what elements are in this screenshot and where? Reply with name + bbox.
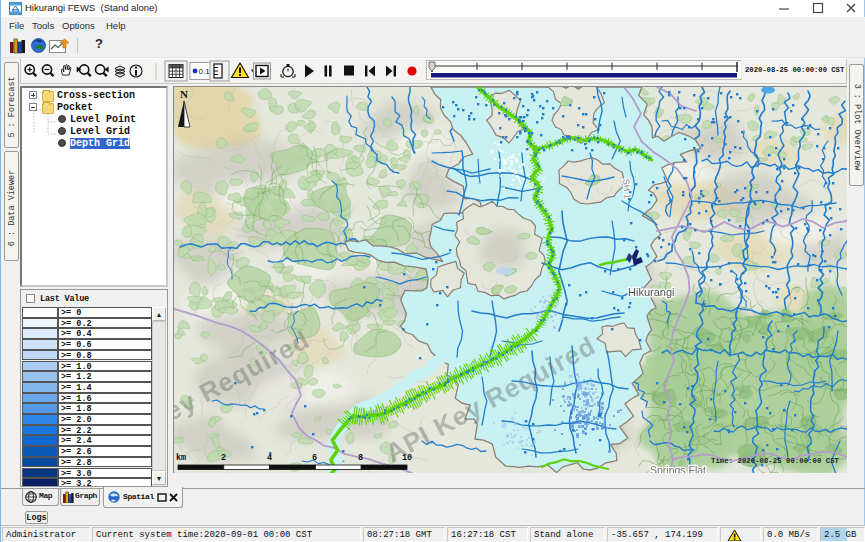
svg-text:0.1: 0.1 (199, 67, 211, 76)
